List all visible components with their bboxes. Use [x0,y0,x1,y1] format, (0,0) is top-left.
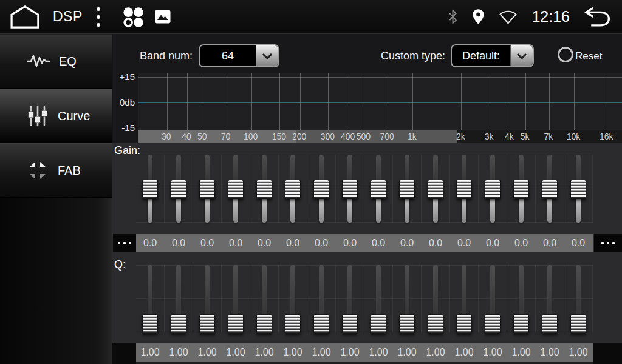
gain-slider[interactable] [285,155,301,223]
gain-more-left-button[interactable] [113,234,136,252]
q-slider[interactable] [399,265,415,332]
q-slider[interactable] [142,265,158,332]
slider-thumb[interactable] [456,180,472,199]
slider-thumb[interactable] [570,180,586,199]
freq-tick-label: 1k [408,130,417,143]
gain-slider[interactable] [171,155,186,223]
slider-track-upper [433,265,438,318]
q-slider[interactable] [342,265,358,332]
q-slider[interactable] [428,265,443,332]
slider-thumb[interactable] [428,180,443,199]
slider-thumb[interactable] [371,180,386,199]
freq-tick-label: 500 [357,130,371,143]
waveform-icon [27,53,50,70]
bluetooth-icon [448,8,458,25]
sidebar-item-curve[interactable]: Curve [0,89,112,143]
slider-thumb[interactable] [399,180,415,199]
faders-icon [27,105,49,127]
band-num-dropdown[interactable]: 64 [199,44,279,67]
q-slider[interactable] [256,265,272,332]
q-slider[interactable] [570,265,586,332]
q-slider[interactable] [456,265,472,332]
gain-slider[interactable] [199,155,215,223]
more-icon [129,242,131,244]
slider-track-upper [376,265,381,318]
slider-thumb[interactable] [313,314,329,334]
slider-thumb[interactable] [542,314,558,334]
q-slider[interactable] [171,265,186,332]
slider-thumb[interactable] [199,314,215,334]
q-slider[interactable] [371,265,386,332]
slider-thumb[interactable] [171,180,186,199]
q-value: 1.00 [422,343,450,362]
gain-slider[interactable] [570,155,586,223]
plot-gridline [203,73,203,130]
kebab-menu-icon[interactable] [95,6,101,28]
back-return-icon[interactable] [584,6,612,27]
slider-thumb[interactable] [142,314,158,334]
slider-thumb[interactable] [342,180,358,199]
gain-slider[interactable] [256,155,272,223]
slider-thumb[interactable] [485,314,501,334]
gain-value: 0.0 [307,234,336,252]
slider-thumb[interactable] [285,180,301,199]
home-icon[interactable] [10,5,40,29]
slider-thumb[interactable] [513,314,529,334]
q-slider[interactable] [199,265,215,332]
gain-slider[interactable] [428,155,443,223]
slider-thumb[interactable] [313,180,329,199]
gain-more-right-button[interactable] [594,234,622,252]
slider-thumb[interactable] [428,314,443,334]
chevron-down-icon[interactable] [510,46,533,66]
gain-slider[interactable] [142,155,158,223]
gain-slider[interactable] [485,155,501,223]
gain-slider[interactable] [542,155,558,223]
gain-slider[interactable] [342,155,358,223]
sidebar-item-fab[interactable]: FAB [0,143,112,198]
slider-thumb[interactable] [285,314,301,334]
gain-slider[interactable] [371,155,386,223]
slider-thumb[interactable] [228,180,244,199]
slider-thumb[interactable] [142,180,158,199]
q-slider[interactable] [513,265,529,332]
slider-thumb[interactable] [256,180,272,199]
slider-thumb[interactable] [399,314,415,334]
gain-value: 0.0 [393,234,422,252]
plot-gridline [349,73,349,130]
q-slider[interactable] [285,265,301,332]
q-value: 1.00 [479,343,507,362]
chevron-down-icon[interactable] [256,46,278,66]
plot-gridline [510,73,510,130]
gain-slider[interactable] [228,155,244,223]
slider-thumb[interactable] [228,314,244,334]
gain-slider[interactable] [399,155,415,223]
plot-gridline [328,73,329,130]
slider-thumb[interactable] [342,314,358,334]
q-slider[interactable] [542,265,558,332]
sidebar-item-eq[interactable]: EQ [0,34,112,89]
clover-apps-icon[interactable] [121,5,145,29]
slider-thumb[interactable] [171,314,186,334]
gain-value: 0.0 [136,234,165,252]
slider-thumb[interactable] [256,314,272,334]
slider-thumb[interactable] [485,180,501,199]
q-slider[interactable] [485,265,501,332]
slider-thumb[interactable] [456,314,472,334]
q-slider[interactable] [313,265,329,332]
reset-radio[interactable] [558,47,573,62]
custom-type-dropdown[interactable]: Default: [451,44,534,67]
gallery-icon[interactable] [155,10,171,24]
slider-track-upper [262,155,267,183]
gain-slider[interactable] [313,155,329,223]
slider-thumb[interactable] [199,180,215,199]
slider-thumb[interactable] [371,314,386,334]
slider-thumb[interactable] [570,314,586,334]
gain-slider[interactable] [513,155,529,223]
q-value: 1.00 [507,343,536,362]
slider-track-upper [462,265,466,318]
slider-thumb[interactable] [542,180,558,199]
q-slider[interactable] [228,265,244,332]
slider-thumb[interactable] [513,180,529,199]
plot-area [138,73,622,130]
gain-slider[interactable] [456,155,472,223]
